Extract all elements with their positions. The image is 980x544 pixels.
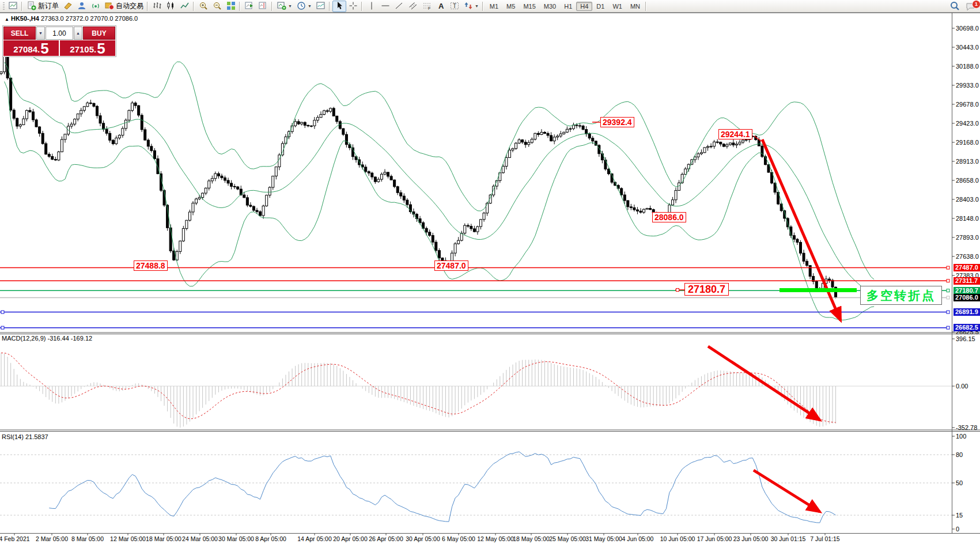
- indicator-axis-tick: 50: [956, 479, 963, 486]
- mt4-trading-app: 新订单自动交易▼▼FAT▼M1M5M15M30H1H4D1W1MN 1 ▲ HK…: [0, 0, 980, 544]
- symbol-name: HK50-,H4: [11, 15, 39, 22]
- market-button[interactable]: [75, 1, 89, 12]
- zoom-out-button[interactable]: [210, 1, 224, 12]
- zoom-out-icon: [213, 1, 222, 12]
- chart-surface[interactable]: [0, 0, 980, 544]
- timeframe-m30-button[interactable]: M30: [540, 2, 560, 11]
- trendline-button[interactable]: [392, 1, 406, 12]
- auto-scroll-button[interactable]: [243, 1, 256, 12]
- bar-chart-button[interactable]: [150, 1, 164, 12]
- auto-scroll-icon: [245, 1, 254, 12]
- horizontal-line-button[interactable]: [379, 1, 392, 12]
- time-axis-label: 10 Jun 05:00: [660, 535, 695, 542]
- new-order-button[interactable]: 新订单: [25, 1, 61, 12]
- tile-windows-button[interactable]: [224, 1, 238, 12]
- price-axis-tick: 29933.0: [956, 82, 979, 89]
- equidistant-channel-button[interactable]: [406, 1, 420, 12]
- candlestick-chart-button[interactable]: [164, 1, 178, 12]
- time-axis-label: 31 May 05:00: [585, 535, 622, 542]
- indicator-axis-tick: 15: [956, 512, 963, 519]
- chart-profile-button[interactable]: [61, 1, 75, 12]
- price-level-badge: 27487.0: [953, 264, 980, 271]
- toolbar-separator: [329, 2, 330, 11]
- price-level-badge: 27311.7: [953, 277, 980, 285]
- price-level-label[interactable]: 29244.1: [718, 129, 752, 139]
- price-level-badge: 27180.7: [953, 287, 980, 294]
- chart-window-button[interactable]: [6, 1, 20, 12]
- fibonacci-button[interactable]: F: [420, 1, 434, 12]
- signals-button[interactable]: [89, 1, 103, 12]
- search-icon[interactable]: [950, 1, 960, 12]
- turning-point-annotation[interactable]: 多空转折点: [860, 286, 942, 305]
- price-level-label[interactable]: 27488.8: [134, 260, 168, 271]
- price-level-label[interactable]: 27487.0: [434, 260, 468, 271]
- periods-button[interactable]: ▼: [294, 1, 314, 12]
- time-axis-label: 12 May 05:00: [477, 535, 514, 542]
- time-axis-label: 24 Mar 05:00: [182, 535, 218, 542]
- crosshair-button[interactable]: [346, 1, 360, 12]
- signals-icon: [91, 1, 100, 12]
- tile-windows-icon: [226, 1, 236, 12]
- equidistant-channel-icon: [408, 1, 418, 12]
- autotrade-button[interactable]: 自动交易: [103, 1, 146, 12]
- indicator-axis-tick: 0: [956, 526, 959, 532]
- vertical-line-button[interactable]: [365, 1, 379, 12]
- timeframe-d1-button[interactable]: D1: [592, 2, 608, 11]
- zoom-in-button[interactable]: [196, 1, 210, 12]
- chart-shift-button[interactable]: [256, 1, 270, 12]
- time-axis-label: 2 Mar 05:00: [36, 535, 68, 542]
- text-button[interactable]: A: [434, 1, 448, 12]
- timeframe-m1-button[interactable]: M1: [486, 2, 502, 11]
- shapes-button[interactable]: ▼: [461, 1, 481, 12]
- price-axis-tick: 30698.0: [956, 25, 979, 32]
- price-axis-tick: 30443.0: [956, 44, 979, 51]
- price-axis-tick: 27638.0: [956, 253, 979, 260]
- time-axis-label: 25 May 05:00: [549, 535, 586, 542]
- price-level-label[interactable]: 29392.4: [600, 117, 634, 127]
- indicator-axis-tick: -352.78: [956, 424, 977, 431]
- time-axis-label: 8 Apr 05:00: [255, 535, 286, 542]
- cursor-icon: [335, 1, 344, 12]
- timeframe-h1-button[interactable]: H1: [560, 2, 576, 11]
- text-label-button[interactable]: T: [448, 1, 461, 12]
- svg-text:F: F: [428, 6, 430, 10]
- volume-increase-button[interactable]: ▲: [74, 27, 82, 40]
- volume-decrease-button[interactable]: ▼: [36, 27, 45, 40]
- sell-button[interactable]: SELL: [3, 27, 36, 40]
- chart-window-icon: [9, 1, 18, 12]
- buy-price[interactable]: 27105.5: [60, 40, 115, 56]
- line-chart-button[interactable]: [178, 1, 192, 12]
- indicator-axis-tick: 80: [956, 451, 963, 458]
- buy-button[interactable]: BUY: [83, 27, 115, 40]
- price-level-label[interactable]: 27180.7: [684, 283, 729, 296]
- toolbar-separator: [239, 2, 240, 11]
- toolbar-separator: [361, 2, 362, 11]
- timeframe-m15-button[interactable]: M15: [519, 2, 539, 11]
- indicators-button[interactable]: [314, 1, 328, 12]
- time-axis-label: 20 Apr 05:00: [333, 535, 368, 542]
- volume-input[interactable]: [46, 27, 73, 40]
- price-axis-tick: 27893.0: [956, 234, 979, 241]
- highlight-segment[interactable]: [780, 288, 857, 292]
- time-axis-label: 14 Apr 05:00: [297, 535, 332, 542]
- time-axis-label: 7 Jul 01:15: [810, 535, 839, 542]
- cursor-button[interactable]: [332, 1, 346, 12]
- time-axis-label: 4 Feb 2021: [0, 535, 30, 542]
- time-axis-label: 6 May 05:00: [442, 535, 475, 542]
- time-axis-label: 30 Mar 05:00: [218, 535, 254, 542]
- timeframe-mn-button[interactable]: MN: [626, 2, 644, 11]
- timeframe-m5-button[interactable]: M5: [502, 2, 519, 11]
- new-chart-button[interactable]: ▼: [275, 1, 294, 12]
- notifications-icon[interactable]: 1: [966, 2, 977, 12]
- price-level-label[interactable]: 28086.0: [652, 212, 686, 222]
- timeframe-h4-button[interactable]: H4: [576, 2, 592, 11]
- line-chart-icon: [180, 1, 190, 12]
- timeframe-w1-button[interactable]: W1: [608, 2, 626, 11]
- time-axis-label: 26 Apr 05:00: [369, 535, 403, 542]
- periods-icon: [297, 1, 306, 12]
- toolbar-separator: [147, 2, 148, 11]
- sell-price[interactable]: 27084.5: [3, 40, 59, 56]
- price-axis-tick: 28913.0: [956, 158, 979, 165]
- price-axis-tick: 29678.0: [956, 101, 979, 108]
- trendline-icon: [395, 1, 404, 12]
